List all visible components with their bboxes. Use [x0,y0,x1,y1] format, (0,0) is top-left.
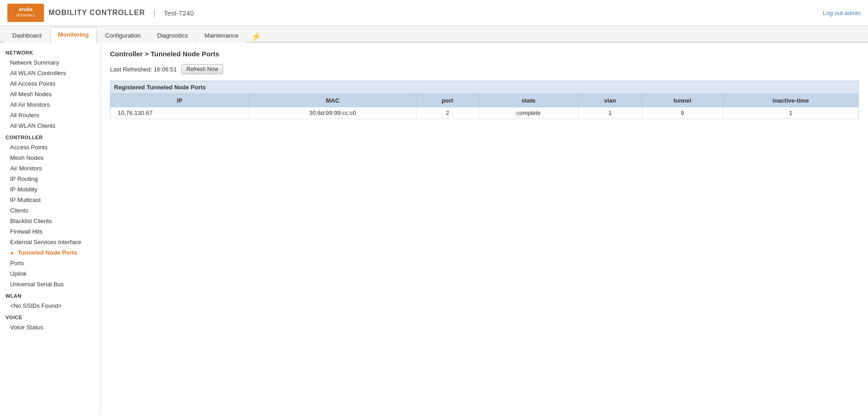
sidebar-item-ip-multicast[interactable]: IP Multicast [0,195,100,205]
col-state: state [479,94,578,107]
sidebar-item-access-points[interactable]: Access Points [0,142,100,153]
sidebar-item-voice-status[interactable]: Voice Status [0,322,100,333]
sidebar-item-network-summary[interactable]: Network Summary [0,57,100,68]
tunneled-node-ports-table: IP MAC port state vlan tunnel inactive-t… [110,94,859,119]
sidebar-item-mesh-nodes[interactable]: Mesh Nodes [0,153,100,163]
tab-monitoring[interactable]: Monitoring [50,27,97,43]
sidebar-item-firewall-hits[interactable]: Firewall Hits [0,226,100,237]
sidebar-section-network: NETWORK [0,46,100,57]
refresh-now-button[interactable]: Refresh Now [181,64,223,74]
sidebar: NETWORK Network Summary All WLAN Control… [0,43,101,415]
sidebar-item-ports[interactable]: Ports [0,258,100,268]
main-layout: NETWORK Network Summary All WLAN Control… [0,43,868,415]
sidebar-item-all-access-points[interactable]: All Access Points [0,78,100,89]
sidebar-section-controller: CONTROLLER [0,131,100,142]
table-row: 10.76.130.6730:8d:99:99:cc:c02complete19… [110,107,859,119]
sidebar-item-blacklist-clients[interactable]: Blacklist Clients [0,216,100,226]
sidebar-item-uplink[interactable]: Uplink [0,268,100,279]
sidebar-item-air-monitors[interactable]: Air Monitors [0,163,100,174]
logo-area: aruba NETWORKS MOBILITY CONTROLLER | Tes… [7,4,194,22]
content-area: Controller > Tunneled Node Ports Last Re… [101,43,868,415]
cell-tunnel: 9 [642,107,723,119]
col-ip: IP [110,94,249,107]
instance-name: Test-7240 [164,9,194,17]
sidebar-item-all-wlan-clients[interactable]: All WLAN Clients [0,120,100,131]
cell-MAC: 30:8d:99:99:cc:c0 [249,107,416,119]
cell-port: 2 [416,107,479,119]
tab-diagnostics[interactable]: Diagnostics [149,28,196,43]
tab-configuration[interactable]: Configuration [98,28,148,43]
col-port: port [416,94,479,107]
active-arrow: ► [10,250,15,256]
svg-text:aruba: aruba [19,6,33,12]
sidebar-item-ip-mobility[interactable]: IP Mobility [0,184,100,195]
title-separator: | [153,8,156,18]
sidebar-item-all-air-monitors[interactable]: All Air Monitors [0,99,100,110]
col-vlan: vlan [579,94,642,107]
sidebar-section-wlan: WLAN [0,289,100,300]
tab-maintenance[interactable]: Maintenance [197,28,246,43]
sidebar-item-ip-routing[interactable]: IP Routing [0,174,100,184]
cell-IP: 10.76.130.67 [110,107,249,119]
sidebar-item-external-services-interface[interactable]: External Services Interface [0,237,100,247]
svg-text:NETWORKS: NETWORKS [16,14,35,17]
tab-dashboard[interactable]: Dashboard [5,28,49,43]
cell-inactive-time: 1 [723,107,858,119]
sidebar-item-tunneled-node-ports[interactable]: ► Tunneled Node Ports [0,247,100,258]
col-tunnel: tunnel [642,94,723,107]
logout-link[interactable]: Log out admin [823,10,861,16]
last-refreshed-label: Last Refreshed: 16:06:51 [110,66,177,73]
sidebar-item-clients[interactable]: Clients [0,205,100,216]
app-title: MOBILITY CONTROLLER [49,9,145,17]
cell-vlan: 1 [579,107,642,119]
sidebar-item-all-routers[interactable]: All Routers [0,110,100,120]
sidebar-item-all-mesh-nodes[interactable]: All Mesh Nodes [0,89,100,99]
aruba-logo: aruba NETWORKS [7,4,44,22]
col-mac: MAC [249,94,416,107]
sidebar-item-all-wlan-controllers[interactable]: All WLAN Controllers [0,68,100,78]
sidebar-item-no-ssids[interactable]: <No SSIDs Found> [0,300,100,311]
refresh-bar: Last Refreshed: 16:06:51 Refresh Now [110,64,859,74]
cell-state: complete [479,107,578,119]
header: aruba NETWORKS MOBILITY CONTROLLER | Tes… [0,0,868,26]
table-body: 10.76.130.6730:8d:99:99:cc:c02complete19… [110,107,859,119]
sidebar-item-universal-serial-bus[interactable]: Universal Serial Bus [0,279,100,289]
section-title: Registered Tunneled Node Ports [110,81,859,94]
sidebar-section-voice: VOICE [0,311,100,322]
page-title: Controller > Tunneled Node Ports [110,50,859,58]
nav-tabs: Dashboard Monitoring Configuration Diagn… [0,26,868,43]
flash-icon[interactable]: ⚡ [251,32,261,42]
table-header-row: IP MAC port state vlan tunnel inactive-t… [110,94,859,107]
col-inactive-time: inactive-time [723,94,858,107]
